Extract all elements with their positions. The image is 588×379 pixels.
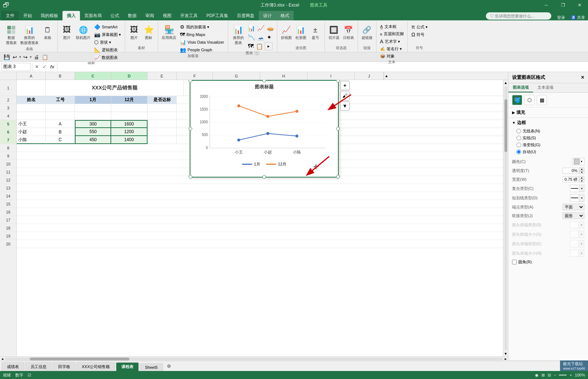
- shapes-btn[interactable]: ⬡形状 ▾: [93, 39, 122, 46]
- tab-file[interactable]: 文件: [1, 11, 19, 20]
- view-layout-btn[interactable]: ⊞: [541, 373, 545, 378]
- tab-formula[interactable]: 公式: [106, 11, 124, 20]
- online-picture-btn[interactable]: 🌐 联机图片: [74, 23, 92, 41]
- chart-handle-mr[interactable]: [336, 127, 340, 131]
- border-radio-solid[interactable]: [516, 136, 521, 140]
- col-header-A[interactable]: A: [17, 72, 46, 80]
- arrow-back-type-select[interactable]: ▾: [570, 240, 584, 247]
- sheet-tab-tian[interactable]: 田字格: [53, 362, 76, 371]
- col-header-E[interactable]: E: [148, 72, 177, 80]
- border-radio-gradient[interactable]: [516, 143, 521, 147]
- scroll-right-btn[interactable]: ►: [504, 357, 507, 361]
- close-btn[interactable]: ✕: [571, 0, 588, 10]
- cell-D6[interactable]: 1200: [111, 128, 148, 136]
- tab-developer[interactable]: 开发工具: [176, 11, 202, 20]
- cell-B2[interactable]: 工号: [46, 96, 75, 104]
- cell-E5[interactable]: [148, 120, 177, 128]
- chart-object[interactable]: + 🖌 ▼ 图表标题 0 500: [190, 80, 339, 177]
- data-chart-btn[interactable]: 📈数据图表: [93, 54, 122, 61]
- view-normal-btn[interactable]: ◉: [535, 373, 539, 378]
- arrow-back-size-select[interactable]: ▾: [570, 250, 584, 257]
- tab-data[interactable]: 数据: [124, 11, 141, 20]
- table-btn[interactable]: 🗒 表格: [41, 23, 55, 41]
- panel-icon-shape[interactable]: ⬡: [524, 95, 535, 105]
- panel-icon-size[interactable]: ▦: [537, 95, 547, 105]
- share-btn[interactable]: ♿ 共享: [568, 15, 588, 20]
- cell-A5[interactable]: 小王: [17, 120, 46, 128]
- bar-chart-btn[interactable]: 📉: [247, 33, 256, 41]
- signature-btn[interactable]: ✍签名行 ▾: [379, 45, 405, 52]
- redo-icon[interactable]: ↪: [23, 53, 28, 61]
- cap-select[interactable]: 平面 圆形 方形: [563, 204, 584, 210]
- panel-close-btn[interactable]: ✕: [581, 75, 584, 80]
- cell-C7[interactable]: 450: [75, 136, 111, 144]
- line-chart-btn[interactable]: 📈: [257, 24, 265, 32]
- material-icon-btn[interactable]: ⭐ 图标: [142, 23, 156, 41]
- pivot-chart-btn[interactable]: 📋: [255, 42, 264, 51]
- restore-btn[interactable]: ❐: [555, 0, 571, 10]
- cell-C2[interactable]: 1月: [75, 96, 111, 104]
- cell-D7[interactable]: 1400: [111, 136, 148, 144]
- slicer-btn[interactable]: 🔲 切片器: [327, 23, 341, 41]
- sheet-tab-course[interactable]: 课程表: [116, 362, 139, 371]
- wordart-btn[interactable]: A艺术字 ▾: [379, 38, 405, 45]
- sheet-tab-employee[interactable]: 员工信息: [25, 362, 52, 371]
- bing-maps-btn[interactable]: 🗺Bing Maps: [178, 31, 225, 38]
- people-graph-btn[interactable]: 👥People Graph: [178, 46, 225, 53]
- cell-E7[interactable]: [148, 136, 177, 144]
- formula-input[interactable]: [59, 64, 587, 69]
- header-footer-btn[interactable]: ≡页眉和页脚: [379, 31, 405, 37]
- area-chart-btn[interactable]: 🗻: [257, 33, 265, 41]
- cell-B5[interactable]: A: [46, 120, 75, 128]
- screenshot-btn[interactable]: 📷屏幕截图 ▾: [93, 31, 122, 38]
- chart-handle-bl[interactable]: [189, 175, 192, 179]
- ribbon-search-input[interactable]: [486, 12, 551, 20]
- picture-btn[interactable]: 🖼 图片: [60, 23, 74, 41]
- print-preview-icon[interactable]: 🖨: [33, 53, 40, 61]
- sheet-tab-sheet5[interactable]: Sheet5: [140, 363, 163, 371]
- appstore-btn[interactable]: 🏪 应用商店: [160, 23, 178, 41]
- column-chart-btn[interactable]: 📊: [247, 24, 256, 32]
- tab-design[interactable]: 设计: [259, 11, 276, 20]
- col-header-F[interactable]: F: [177, 72, 213, 80]
- minimize-btn[interactable]: ─: [538, 0, 555, 10]
- chart-handle-br[interactable]: [336, 175, 340, 179]
- col-header-C[interactable]: C: [75, 72, 111, 80]
- more-charts-btn[interactable]: ▸: [265, 42, 273, 50]
- sheet-add-btn[interactable]: ⊕: [164, 362, 174, 370]
- tab-format[interactable]: 格式: [276, 11, 294, 20]
- cell-D5[interactable]: 1600: [111, 120, 148, 128]
- cell-A1[interactable]: [17, 80, 46, 96]
- confirm-icon[interactable]: ✓: [41, 64, 48, 69]
- pivot-table-btn[interactable]: 数据透视表: [4, 23, 18, 47]
- fill-section-header[interactable]: ▶ 填充: [508, 108, 588, 117]
- tab-view[interactable]: 视图: [158, 11, 176, 20]
- object-btn[interactable]: 📦对象: [379, 53, 405, 60]
- view-pagebreak-btn[interactable]: ⊟: [548, 373, 551, 378]
- tab-mytemplate[interactable]: 我的模板: [36, 11, 63, 20]
- sheet-tab-sales[interactable]: XXX公司销售额: [76, 362, 115, 371]
- dash-select[interactable]: ▾: [570, 194, 584, 202]
- cell-B7[interactable]: C: [46, 136, 75, 144]
- name-box[interactable]: [1, 63, 31, 71]
- round-corners-checkbox[interactable]: [512, 260, 517, 264]
- tab-home[interactable]: 开始: [19, 11, 36, 20]
- textbox-btn[interactable]: A̲文本框: [379, 23, 405, 30]
- col-header-J[interactable]: J: [355, 72, 384, 80]
- tab-pdf[interactable]: PDF工具集: [202, 11, 233, 20]
- tab-insert[interactable]: 插入: [63, 11, 80, 20]
- my-addins-btn[interactable]: ⚙我的加载项 ▾: [178, 23, 225, 31]
- arrow-front-size-select[interactable]: ▾: [570, 231, 584, 238]
- zoom-in-btn[interactable]: +: [569, 373, 572, 377]
- scatter-chart-btn[interactable]: ✦: [266, 33, 272, 41]
- col-header-I[interactable]: I: [307, 72, 355, 80]
- hyperlink-btn[interactable]: 🔗 超链接: [360, 23, 374, 41]
- formula-insert-btn[interactable]: π公式 ▾: [410, 23, 429, 31]
- chart-style-btn[interactable]: 🖌: [340, 91, 350, 100]
- cell-B1-D1-merged[interactable]: XXX公司产品销售额: [46, 80, 184, 96]
- cell-A6[interactable]: 小赵: [17, 128, 46, 136]
- cell-A7[interactable]: 小陈: [17, 136, 46, 144]
- color-picker-btn[interactable]: ▾: [572, 158, 584, 165]
- cell-E2[interactable]: 是否达标: [148, 96, 177, 104]
- tab-pagelayout[interactable]: 页面布局: [80, 11, 106, 20]
